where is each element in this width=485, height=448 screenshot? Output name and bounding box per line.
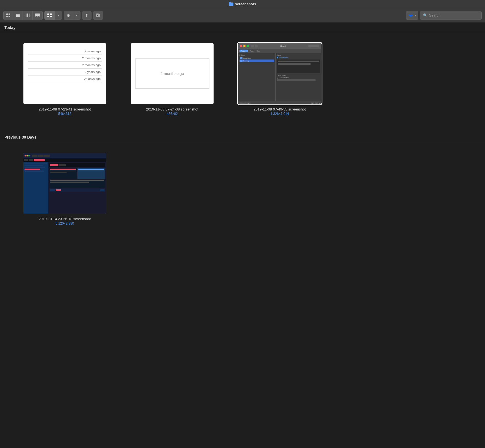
ui-block-header: [78, 169, 104, 170]
file-dimensions-1: 546×312: [58, 112, 71, 116]
hazel-downloads-icon: [240, 57, 242, 59]
hazel-title-bar: Hazel: [238, 43, 321, 49]
hazel-rules-title: Rules: [277, 54, 320, 56]
hazel-window-title: Hazel: [259, 45, 307, 47]
list-view-icon: [16, 14, 20, 17]
ui-zoom-dot: [28, 155, 30, 156]
hazel-minimize-dot: [243, 45, 246, 47]
thumb-row-1: 2 years ago: [28, 48, 102, 55]
file-dimensions-2: 466×82: [167, 112, 178, 116]
search-icon: 🔍: [423, 13, 427, 17]
ui-screenshot-preview: [23, 153, 106, 214]
sidebar-item: [25, 163, 47, 164]
dropbox-chevron-icon: ▾: [414, 14, 416, 17]
sidebar-item-active: [25, 169, 40, 170]
search-container: 🔍: [420, 11, 482, 20]
grid-view-icon: [47, 14, 52, 17]
file-thumbnail-3: Hazel Folders Trash Info Folders: [238, 43, 321, 104]
sidebar-item: [25, 167, 45, 168]
actions-button[interactable]: ⚙: [64, 11, 73, 20]
ui-block-line: [50, 172, 67, 173]
hazel-desktop-row: Desktop: [239, 60, 274, 62]
previous-30-label: Previous 30 Days: [4, 135, 36, 139]
today-label: Today: [4, 25, 15, 30]
ui-content-block: [49, 168, 77, 179]
ui-toolbar-items: [32, 155, 105, 157]
hazel-throw-away-section: Throw away: Duplicate files: [277, 74, 320, 81]
icon-view-button[interactable]: [4, 11, 13, 20]
ui-header-item: [59, 164, 66, 166]
ui-content-header: [49, 163, 105, 167]
file-thumbnail-2: 2 months ago: [131, 43, 214, 104]
thumb-row-4: 2 years ago: [28, 69, 102, 75]
hazel-desktop-icon: [240, 60, 242, 62]
row-text-3: 2 months ago: [82, 63, 101, 67]
ui-toolbar-btn: [44, 155, 50, 157]
list-view-button[interactable]: [13, 11, 23, 20]
file-item-2[interactable]: 2 months ago 2019-11-08 07-24-08 screens…: [118, 43, 226, 116]
hazel-edit-btn: ✎: [247, 102, 250, 104]
hazel-throw-away-label: Throw away:: [277, 74, 320, 77]
ui-block-header: [50, 169, 76, 170]
previous-30-section-header: Previous 30 Days: [0, 132, 485, 142]
share-button[interactable]: ⬆: [82, 11, 91, 20]
actions-dropdown[interactable]: ▾: [73, 11, 80, 20]
ui-header-item: [50, 164, 58, 166]
ui-bottom-block: [49, 180, 105, 188]
hazel-remove-btn: −: [243, 102, 247, 104]
hazel-grid-icon: [255, 45, 258, 47]
file-name-3: 2019-11-08 07-49-55 screenshot: [254, 107, 306, 111]
hazel-search-field: [308, 45, 319, 47]
search-input[interactable]: [429, 13, 479, 17]
column-view-button[interactable]: [23, 11, 33, 20]
hazel-tabs: Folders Trash Info: [238, 49, 321, 53]
share-icon: ⬆: [85, 13, 88, 18]
hazel-rules-panel: Rules Screenshots: [276, 53, 321, 101]
ui-highlight-btn: [34, 159, 45, 161]
hazel-desktop-label: Desktop: [243, 60, 249, 62]
today-files-grid: 2 years ago 2 months ago 2 months ago 2 …: [0, 32, 485, 132]
cover-flow-icon: [35, 14, 40, 17]
previous-30-files-grid: 2019-10-14 23-26-18 screenshot 5,120×2,8…: [0, 142, 485, 242]
dropbox-button[interactable]: ▾: [406, 11, 418, 20]
hazel-folders-tab: Folders: [239, 50, 248, 52]
column-view-icon: [26, 14, 29, 17]
file-name-4: 2019-10-14 23-26-18 screenshot: [39, 217, 91, 221]
gear-icon: ⚙: [67, 13, 70, 18]
ui-minimize-dot: [26, 155, 28, 156]
cover-flow-button[interactable]: [33, 11, 42, 20]
ui-content-row: [49, 168, 105, 179]
grid-view-dropdown[interactable]: ▾: [55, 11, 62, 20]
hazel-preview: Hazel Folders Trash Info Folders: [238, 43, 321, 104]
sidebar-item: [25, 165, 43, 166]
hazel-info-tab: Info: [256, 50, 261, 52]
hazel-body: Folders Downloads Desktop Rules: [238, 53, 321, 101]
hazel-folders-label: Folders: [239, 54, 274, 56]
hazel-rule-label: Screenshots: [279, 57, 288, 58]
hazel-dup-label: Duplicate files: [279, 77, 289, 79]
hazel-dup-row: Duplicate files: [277, 77, 320, 79]
hazel-add-btn: +: [239, 102, 243, 104]
today-section-header: Today: [0, 23, 485, 32]
ui-secondary-toolbar: [23, 158, 106, 162]
hazel-nav-icon: [251, 45, 254, 47]
ui-bottom-line: [50, 182, 89, 183]
file-item-3[interactable]: Hazel Folders Trash Info Folders: [226, 43, 333, 116]
folder-icon: [229, 2, 233, 6]
hazel-downloads-row: Downloads: [239, 57, 274, 60]
ui-close-dot: [25, 155, 26, 156]
hazel-screenshots-rule: Screenshots: [277, 57, 320, 58]
chevron-down-icon: ▾: [76, 14, 77, 17]
file-item-1[interactable]: 2 years ago 2 months ago 2 months ago 2 …: [11, 43, 118, 116]
title-bar: screenshots: [0, 0, 485, 8]
tag-button[interactable]: [93, 11, 103, 20]
hazel-trash-tab: Trash: [248, 50, 255, 52]
ui-sidebar: [23, 162, 48, 214]
ui-toolbar-btn: [38, 155, 44, 157]
grid-view-group: ▾: [44, 11, 62, 20]
hazel-incomplete-label: [277, 79, 316, 81]
file-item-4[interactable]: 2019-10-14 23-26-18 screenshot 5,120×2,8…: [11, 153, 118, 225]
grid-view-button[interactable]: [45, 11, 55, 20]
thumb-row-5: 25 days ago: [28, 75, 102, 82]
row-text-5: 25 days ago: [84, 77, 101, 80]
